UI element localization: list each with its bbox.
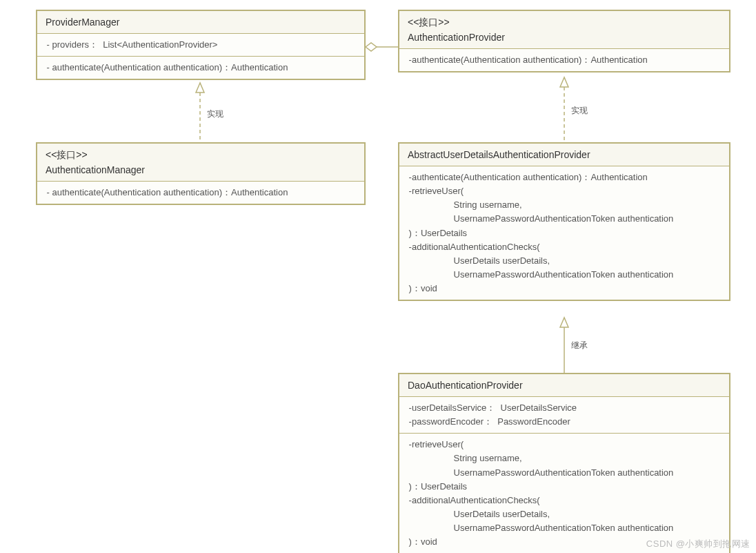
- class-authentication-provider: <<接口>> AuthenticationProvider -authentic…: [398, 10, 730, 72]
- attrs: - providers： List<AuthenticationProvider…: [37, 34, 364, 57]
- attrs: -userDetailsService： UserDetailsService …: [399, 397, 729, 434]
- label-ap-abstract: 实现: [570, 105, 589, 117]
- ops: -retrieveUser( String username, Username…: [399, 434, 729, 553]
- ops: -authenticate(Authentication authenticat…: [399, 49, 729, 71]
- class-abstract-user-details-auth-provider: AbstractUserDetailsAuthenticationProvide…: [398, 142, 730, 301]
- svg-marker-1: [196, 83, 204, 93]
- class-title: <<接口>> AuthenticationManager: [37, 144, 364, 182]
- connector-pm-ap: [366, 40, 398, 54]
- class-title: AbstractUserDetailsAuthenticationProvide…: [399, 144, 729, 166]
- ops: - authenticate(Authentication authentica…: [37, 57, 364, 79]
- connector-dao-abstract: [557, 318, 571, 373]
- class-title: ProviderManager: [37, 11, 364, 34]
- class-name: DaoAuthenticationProvider: [408, 380, 721, 391]
- connector-abstract-ap: [557, 77, 571, 142]
- class-name: ProviderManager: [46, 17, 356, 28]
- svg-marker-5: [560, 77, 568, 87]
- class-dao-authentication-provider: DaoAuthenticationProvider -userDetailsSe…: [398, 373, 730, 553]
- class-name: AbstractUserDetailsAuthenticationProvide…: [408, 149, 721, 160]
- class-title: <<接口>> AuthenticationProvider: [399, 11, 729, 49]
- label-pm-am: 实现: [206, 108, 225, 120]
- svg-marker-3: [366, 43, 377, 51]
- watermark: CSDN @小爽帅到拖网速: [646, 538, 750, 550]
- class-title: DaoAuthenticationProvider: [399, 374, 729, 397]
- label-abstract-dao: 继承: [570, 340, 589, 351]
- stereotype: <<接口>>: [46, 149, 356, 162]
- ops: -authenticate(Authentication authenticat…: [399, 166, 729, 300]
- stereotype: <<接口>>: [408, 17, 721, 29]
- class-authentication-manager: <<接口>> AuthenticationManager - authentic…: [36, 142, 366, 205]
- connector-pm-am: [193, 83, 207, 142]
- svg-marker-7: [560, 318, 568, 327]
- ops: - authenticate(Authentication authentica…: [37, 182, 364, 204]
- class-provider-manager: ProviderManager - providers： List<Authen…: [36, 10, 366, 80]
- class-name: AuthenticationProvider: [408, 32, 721, 43]
- class-name: AuthenticationManager: [46, 164, 356, 175]
